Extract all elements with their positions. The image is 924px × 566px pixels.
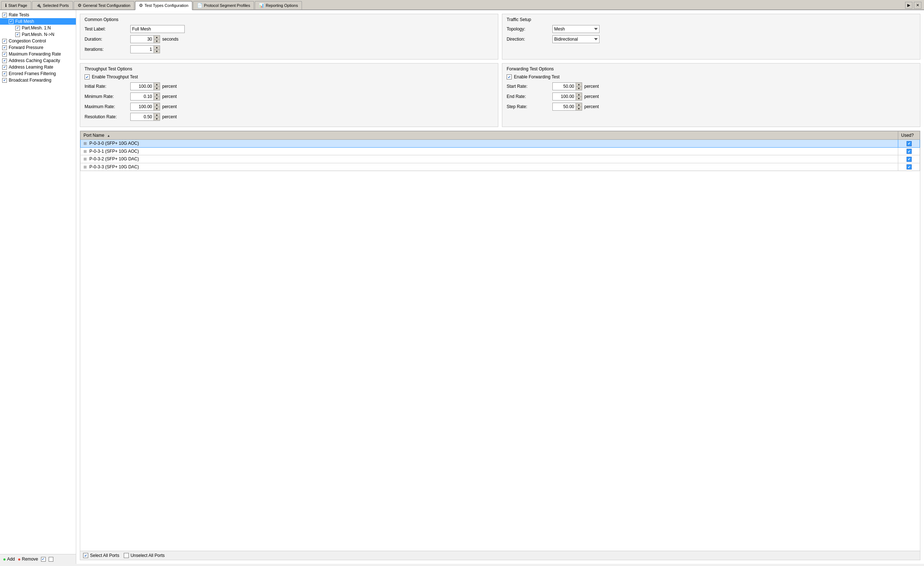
- start-rate-up-button[interactable]: ▲: [576, 83, 582, 87]
- port-used-cell[interactable]: ✔: [898, 147, 920, 155]
- maximum-rate-up-button[interactable]: ▲: [154, 103, 160, 107]
- sidebar-item-rate-tests[interactable]: ✔ Rate Tests: [0, 12, 76, 18]
- table-row[interactable]: ⊞ P-0-3-0 (SFP+ 10G AOC) ✔: [81, 140, 920, 148]
- part-mesh-nn-checkbox[interactable]: ✔: [15, 32, 20, 37]
- sidebar-item-max-forwarding-rate[interactable]: ✔ Maximum Forwarding Rate: [0, 51, 76, 57]
- tab-test-types-config[interactable]: ⚙ Test Types Configuration: [135, 1, 192, 10]
- select-all-ports-label[interactable]: ✔ Select All Ports: [83, 553, 119, 558]
- maximum-rate-input[interactable]: [130, 103, 154, 111]
- step-rate-down-button[interactable]: ▼: [576, 107, 582, 111]
- sidebar-item-address-learning-rate[interactable]: ✔ Address Learning Rate: [0, 64, 76, 70]
- resolution-rate-input[interactable]: [130, 113, 154, 121]
- maximum-rate-down-button[interactable]: ▼: [154, 107, 160, 111]
- select-all-sidebar-checkbox[interactable]: ✔: [41, 557, 46, 562]
- address-caching-checkbox[interactable]: ✔: [2, 58, 7, 63]
- resolution-rate-up-button[interactable]: ▲: [154, 113, 160, 117]
- port-used-checkbox[interactable]: ✔: [907, 141, 912, 146]
- minimum-rate-up-button[interactable]: ▲: [154, 93, 160, 97]
- initial-rate-up-button[interactable]: ▲: [154, 83, 160, 87]
- broadcast-forwarding-checkbox[interactable]: ✔: [2, 78, 7, 83]
- add-button[interactable]: ● Add: [3, 556, 15, 562]
- forwarding-options-title: Forwarding Test Options: [507, 66, 916, 72]
- rate-tests-checkbox[interactable]: ✔: [2, 13, 7, 17]
- unselect-all-sidebar-checkbox[interactable]: [49, 557, 53, 562]
- full-mesh-checkbox[interactable]: ✔: [9, 19, 14, 24]
- table-empty-area: [80, 171, 920, 551]
- iterations-up-button[interactable]: ▲: [154, 46, 160, 50]
- sidebar-item-address-learning-label: Address Learning Rate: [9, 64, 53, 70]
- step-rate-up-button[interactable]: ▲: [576, 103, 582, 107]
- address-learning-checkbox[interactable]: ✔: [2, 65, 7, 70]
- unselect-all-ports-checkbox[interactable]: [124, 553, 129, 558]
- sidebar-item-errored-frames-filtering[interactable]: ✔ Errored Frames Filtering: [0, 70, 76, 77]
- tab-start-page-label: Start Page: [8, 3, 27, 7]
- duration-up-button[interactable]: ▲: [154, 36, 160, 40]
- tab-protocol-segment-profiles[interactable]: 📄 Protocol Segment Profiles: [193, 1, 254, 9]
- step-rate-input[interactable]: [552, 103, 576, 111]
- initial-rate-input[interactable]: [130, 82, 154, 90]
- duration-down-button[interactable]: ▼: [154, 40, 160, 43]
- sidebar-item-forward-pressure[interactable]: ✔ Forward Pressure: [0, 44, 76, 51]
- sidebar-item-part-mesh-nn[interactable]: ✔ Part.Mesh. N->N: [0, 31, 76, 38]
- enable-throughput-label: Enable Throughput Test: [92, 74, 138, 79]
- table-row[interactable]: ⊞ P-0-3-3 (SFP+ 10G DAC) ✔: [81, 163, 920, 171]
- port-icon: ⊞: [84, 165, 87, 169]
- unselect-all-ports-label[interactable]: Unselect All Ports: [124, 553, 165, 558]
- port-used-checkbox[interactable]: ✔: [907, 157, 912, 162]
- tab-next-button[interactable]: ▶: [905, 2, 912, 9]
- initial-rate-down-button[interactable]: ▼: [154, 87, 160, 90]
- step-rate-spinner-btns: ▲ ▼: [576, 103, 582, 111]
- start-rate-input[interactable]: [552, 82, 576, 90]
- end-rate-input[interactable]: [552, 93, 576, 100]
- max-forwarding-rate-checkbox[interactable]: ✔: [2, 52, 7, 57]
- sidebar-item-part-mesh-1n[interactable]: ✔ Part.Mesh. 1:N: [0, 25, 76, 31]
- resolution-rate-down-button[interactable]: ▼: [154, 117, 160, 121]
- initial-rate-spinner-btns: ▲ ▼: [154, 82, 160, 90]
- minimum-rate-down-button[interactable]: ▼: [154, 97, 160, 100]
- enable-throughput-checkbox[interactable]: ✔: [84, 74, 90, 79]
- enable-forwarding-row: ✔ Enable Forwarding Test: [507, 74, 916, 79]
- sidebar-item-broadcast-forwarding[interactable]: ✔ Broadcast Forwarding: [0, 77, 76, 84]
- port-used-cell[interactable]: ✔: [898, 163, 920, 171]
- end-rate-down-button[interactable]: ▼: [576, 97, 582, 100]
- sidebar-item-congestion-control[interactable]: ✔ Congestion Control: [0, 38, 76, 44]
- col-port-name-header[interactable]: Port Name ▲: [81, 131, 898, 140]
- direction-select[interactable]: Bidirectional Unidirectional: [552, 35, 600, 43]
- start-rate-down-button[interactable]: ▼: [576, 87, 582, 90]
- topology-select[interactable]: Mesh Ring Star: [552, 25, 600, 33]
- common-options-title: Common Options: [84, 17, 494, 22]
- port-name-cell: ⊞ P-0-3-3 (SFP+ 10G DAC): [81, 163, 898, 171]
- initial-rate-unit: percent: [162, 84, 177, 89]
- duration-spinner-btns: ▲ ▼: [154, 35, 160, 43]
- iterations-label: Iterations:: [84, 47, 128, 52]
- enable-forwarding-checkbox[interactable]: ✔: [507, 74, 512, 79]
- minimum-rate-input[interactable]: [130, 93, 154, 100]
- iterations-input[interactable]: [130, 45, 154, 53]
- port-used-checkbox[interactable]: ✔: [907, 164, 912, 169]
- select-all-ports-checkbox[interactable]: ✔: [83, 553, 88, 558]
- tab-reporting-options[interactable]: 📊 Reporting Options: [255, 1, 302, 9]
- port-used-checkbox[interactable]: ✔: [907, 149, 912, 154]
- remove-button[interactable]: ● Remove: [18, 556, 38, 562]
- port-used-cell[interactable]: ✔: [898, 155, 920, 163]
- sidebar-item-address-caching-capacity[interactable]: ✔ Address Caching Capacity: [0, 57, 76, 64]
- part-mesh-1n-checkbox[interactable]: ✔: [15, 26, 20, 30]
- maximum-rate-spinner-btns: ▲ ▼: [154, 103, 160, 111]
- table-row[interactable]: ⊞ P-0-3-1 (SFP+ 10G AOC) ✔: [81, 147, 920, 155]
- test-label-input[interactable]: [130, 25, 185, 33]
- iterations-down-button[interactable]: ▼: [154, 50, 160, 53]
- port-used-cell[interactable]: ✔: [898, 140, 920, 148]
- errored-frames-checkbox[interactable]: ✔: [2, 72, 7, 76]
- forward-pressure-checkbox[interactable]: ✔: [2, 45, 7, 50]
- sidebar-item-full-mesh[interactable]: ✔ Full Mesh: [0, 18, 76, 25]
- end-rate-up-button[interactable]: ▲: [576, 93, 582, 97]
- direction-label: Direction:: [507, 37, 550, 42]
- tab-start-page[interactable]: ℹ Start Page: [1, 1, 31, 9]
- tab-close-button[interactable]: ✕: [914, 2, 921, 9]
- tab-selected-ports[interactable]: 🔌 Selected Ports: [32, 1, 73, 9]
- table-row[interactable]: ⊞ P-0-3-2 (SFP+ 10G DAC) ✔: [81, 155, 920, 163]
- step-rate-spinner: ▲ ▼: [552, 103, 582, 111]
- congestion-control-checkbox[interactable]: ✔: [2, 39, 7, 43]
- duration-input[interactable]: [130, 35, 154, 43]
- tab-general-test-config[interactable]: ⚙ General Test Configuration: [74, 1, 135, 9]
